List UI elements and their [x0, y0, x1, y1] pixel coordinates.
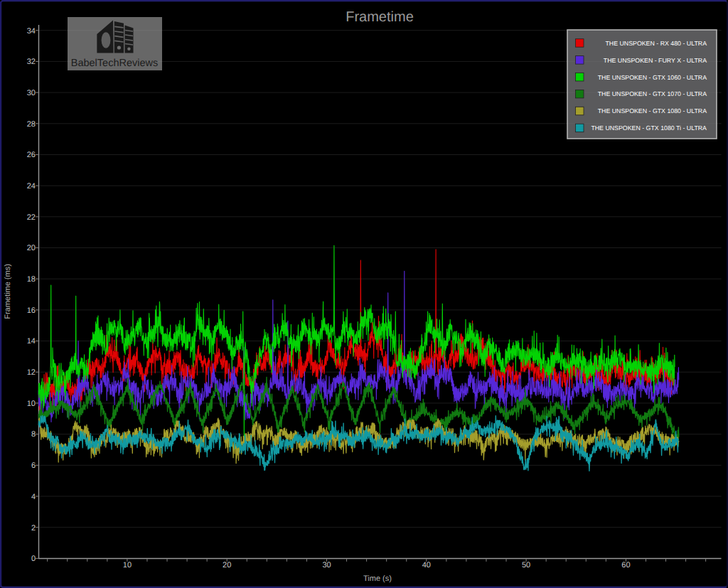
svg-text:32: 32 — [27, 58, 36, 66]
svg-text:20: 20 — [223, 561, 231, 570]
svg-text:THE UNSPOKEN - GTX 1080 - ULTR: THE UNSPOKEN - GTX 1080 - ULTRA — [598, 107, 707, 114]
svg-text:50: 50 — [522, 561, 530, 570]
svg-text:THE UNSPOKEN - GTX 1080 Ti - U: THE UNSPOKEN - GTX 1080 Ti - ULTRA — [591, 124, 707, 132]
svg-text:4: 4 — [31, 493, 36, 501]
svg-text:10: 10 — [27, 400, 36, 408]
svg-text:THE UNSPOKEN - FURY X - ULTRA: THE UNSPOKEN - FURY X - ULTRA — [604, 57, 707, 64]
svg-text:16: 16 — [27, 306, 36, 315]
svg-text:8: 8 — [31, 430, 36, 439]
svg-text:28: 28 — [27, 120, 36, 129]
svg-text:60: 60 — [621, 561, 630, 570]
svg-text:THE UNSPOKEN - GTX 1070 - ULTR: THE UNSPOKEN - GTX 1070 - ULTRA — [598, 90, 707, 97]
svg-text:30: 30 — [322, 561, 331, 570]
svg-text:18: 18 — [27, 275, 36, 284]
svg-text:Frametime (ms): Frametime (ms) — [4, 264, 12, 319]
svg-text:12: 12 — [27, 368, 36, 377]
svg-text:Frametime: Frametime — [346, 9, 414, 25]
svg-text:40: 40 — [422, 561, 431, 570]
svg-text:34: 34 — [27, 27, 36, 36]
svg-text:Time (s): Time (s) — [363, 574, 392, 583]
svg-text:THE UNSPOKEN - GTX 1060 - ULTR: THE UNSPOKEN - GTX 1060 - ULTRA — [598, 74, 707, 81]
svg-text:14: 14 — [27, 337, 36, 346]
svg-text:22: 22 — [27, 213, 36, 222]
svg-text:6: 6 — [31, 461, 36, 470]
svg-text:BabelTechReviews: BabelTechReviews — [71, 58, 159, 69]
svg-text:20: 20 — [27, 244, 36, 252]
svg-text:24: 24 — [27, 182, 36, 191]
svg-text:THE UNSPOKEN - RX 480 - ULTRA: THE UNSPOKEN - RX 480 - ULTRA — [605, 40, 707, 47]
svg-text:10: 10 — [123, 561, 132, 570]
svg-text:0: 0 — [31, 555, 36, 563]
svg-text:30: 30 — [27, 89, 36, 97]
svg-text:26: 26 — [27, 151, 36, 159]
svg-text:2: 2 — [31, 524, 36, 533]
